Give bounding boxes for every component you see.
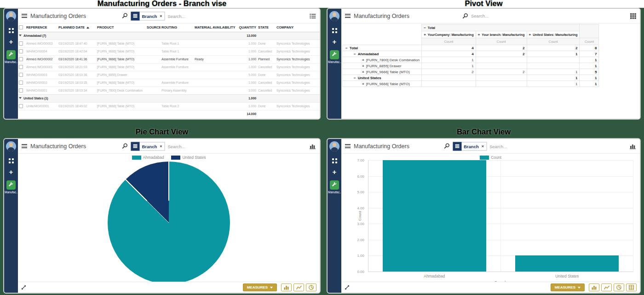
- menu-toggle-icon[interactable]: [22, 14, 27, 18]
- pivot-row-header[interactable]: −United States: [343, 75, 422, 81]
- add-icon[interactable]: +: [333, 39, 337, 45]
- search-input[interactable]: [471, 13, 519, 18]
- pivot-view-icon[interactable]: [630, 13, 636, 19]
- group-row[interactable]: United States (1)1.000: [18, 94, 320, 102]
- pivot-row-header[interactable]: +[FURN_7800] Desk Combination: [343, 57, 422, 63]
- pivot-row-header[interactable]: +[FURN_8855] Drawer: [343, 63, 422, 69]
- row-checkbox[interactable]: [19, 57, 23, 61]
- column-header-state[interactable]: STATE: [257, 23, 276, 32]
- select-all-header[interactable]: [18, 23, 25, 32]
- pivot-column-your-branch-manufacturing[interactable]: +Your branch: Manufacturing: [476, 31, 527, 38]
- user-avatar[interactable]: [6, 141, 16, 151]
- order-row[interactable]: WH/MO/0000203/19/2020 18:03:35[FURN_9666…: [18, 79, 320, 87]
- column-header-product[interactable]: PRODUCT: [96, 23, 146, 32]
- row-checkbox[interactable]: [19, 73, 23, 77]
- pivot-row-header[interactable]: −Ahmadabad: [343, 51, 422, 57]
- legend-item-united-states[interactable]: United States: [171, 155, 206, 160]
- page-title-list: Manufacturing Orders - Branch vise: [3, 0, 321, 8]
- pivot-row-header[interactable]: +[FURN_9666] Table (MTO): [343, 81, 422, 87]
- column-header-reference[interactable]: REFERENCE: [25, 23, 58, 32]
- column-header-material-availability[interactable]: MATERIAL AVAILABILITY: [194, 23, 236, 32]
- column-header-quantity[interactable]: QUANTITY: [236, 23, 257, 32]
- facet-remove-icon[interactable]: ×: [481, 144, 486, 149]
- search-input[interactable]: [489, 144, 538, 149]
- pie-chart-button[interactable]: [614, 283, 624, 291]
- search-icon[interactable]: [122, 143, 128, 150]
- measures-button[interactable]: MEASURES: [551, 283, 585, 291]
- pivot-cell: 2: [476, 69, 527, 75]
- column-header-routing[interactable]: ROUTING: [161, 23, 194, 32]
- expand-icon[interactable]: [21, 285, 26, 290]
- order-row[interactable]: Ahmed /MO/0000303/19/2020 18:47:40[FURN_…: [18, 40, 320, 47]
- graph-view-icon[interactable]: [630, 144, 636, 149]
- bar-chart-button[interactable]: [589, 283, 599, 291]
- bar-chart-button[interactable]: [281, 283, 292, 291]
- pivot-row: −Total4228: [343, 45, 599, 51]
- search-input[interactable]: [168, 13, 216, 18]
- order-row[interactable]: WH/MO/0000103/19/2020 18:03:34[FURN_7800…: [18, 87, 320, 94]
- search-facet-branch[interactable]: Branch ×: [131, 12, 165, 20]
- add-icon[interactable]: +: [9, 169, 13, 175]
- legend-item-ahmadabad[interactable]: Ahmadabad: [132, 155, 164, 160]
- column-header-source[interactable]: SOURCE: [146, 23, 161, 32]
- list-view-icon[interactable]: [310, 13, 316, 19]
- line-chart-button[interactable]: [601, 283, 612, 291]
- expand-icon[interactable]: [345, 285, 350, 290]
- breadcrumb-title: Manufacturing Orders: [354, 13, 409, 19]
- manufacturing-app-icon[interactable]: [330, 50, 339, 59]
- order-row[interactable]: Ahmed /MO/0000103/19/2020 18:21:03[FURN_…: [18, 63, 320, 71]
- pivot-column-united-states-manufacturing[interactable]: +United States: Manufacturing: [527, 31, 580, 38]
- table-button[interactable]: [626, 283, 637, 291]
- legend-item-count[interactable]: Count: [480, 155, 501, 160]
- user-avatar[interactable]: [329, 141, 339, 151]
- line-chart-button[interactable]: [293, 283, 304, 291]
- manufacturing-app-icon[interactable]: [6, 50, 16, 59]
- apps-menu-icon[interactable]: [332, 28, 337, 33]
- menu-toggle-icon[interactable]: [22, 144, 27, 148]
- pivot-column-yourcompany-manufacturing[interactable]: +YourCompany: Manufacturing: [422, 31, 476, 38]
- apps-menu-icon[interactable]: [9, 28, 14, 33]
- manufacturing-app-icon[interactable]: [6, 180, 16, 190]
- graph-view-icon[interactable]: [310, 144, 316, 149]
- apps-menu-icon[interactable]: [332, 158, 337, 163]
- user-avatar[interactable]: [329, 11, 339, 21]
- row-checkbox[interactable]: [19, 88, 23, 93]
- facet-remove-icon[interactable]: ×: [159, 14, 164, 18]
- search-icon[interactable]: [462, 13, 468, 19]
- pivot-cell: [476, 75, 527, 81]
- menu-toggle-icon[interactable]: [345, 14, 351, 18]
- add-icon[interactable]: +: [333, 169, 337, 175]
- measures-button[interactable]: MEASURES: [243, 283, 277, 291]
- pivot-cell: 1: [580, 75, 599, 81]
- row-checkbox[interactable]: [19, 65, 23, 69]
- group-row[interactable]: Ahmadabad (7)13.000: [18, 32, 320, 40]
- facet-remove-icon[interactable]: ×: [159, 144, 164, 149]
- column-header-planned-date[interactable]: PLANNED DATE: [58, 23, 96, 32]
- order-row[interactable]: Ahmed /MO/0000203/19/2020 18:41:36[FURN_…: [18, 55, 320, 63]
- row-checkbox[interactable]: [19, 104, 23, 108]
- column-header-company[interactable]: COMPANY: [276, 23, 320, 32]
- add-icon[interactable]: +: [9, 39, 13, 45]
- search-facet-branch[interactable]: Branch ×: [453, 142, 487, 150]
- order-row[interactable]: WH/MO/0000403/19/2020 18:42:04[FURN_9666…: [18, 47, 320, 55]
- select-all-checkbox[interactable]: [19, 25, 23, 29]
- cell-product: [FURN_7800] Desk Combination: [96, 87, 146, 94]
- row-checkbox[interactable]: [19, 81, 23, 85]
- pivot-row-header[interactable]: +[FURN_9666] Table (MTO): [343, 69, 422, 75]
- menu-toggle-icon[interactable]: [345, 144, 351, 148]
- order-row[interactable]: WH/MO/0000303/19/2020 18:03:36[FURN_8855…: [18, 71, 320, 79]
- pie-chart-button[interactable]: [306, 283, 316, 291]
- search-icon[interactable]: [122, 13, 128, 19]
- pivot-row: +[FURN_9666] Table (MTO)2215: [343, 69, 599, 75]
- pivot-column-root[interactable]: −Total: [422, 24, 580, 31]
- order-row[interactable]: Unite/MO/0000103/19/2020 18:49:02[FURN_9…: [18, 102, 320, 110]
- user-avatar[interactable]: [6, 11, 16, 21]
- row-checkbox[interactable]: [19, 41, 23, 46]
- apps-menu-icon[interactable]: [9, 158, 14, 163]
- search-facet-branch[interactable]: Branch ×: [131, 142, 165, 150]
- row-checkbox[interactable]: [19, 49, 23, 53]
- manufacturing-app-icon[interactable]: [330, 180, 339, 190]
- search-input[interactable]: [168, 144, 216, 149]
- pivot-row-header[interactable]: −Total: [343, 45, 422, 51]
- search-icon[interactable]: [443, 143, 450, 150]
